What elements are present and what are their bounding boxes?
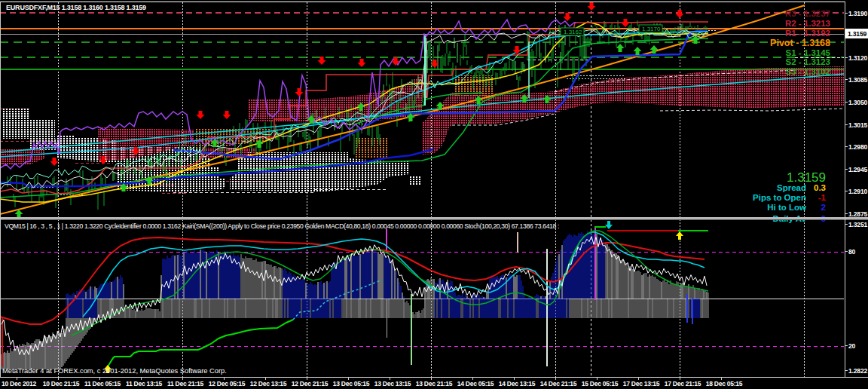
svg-text:1.3162: 1.3162 xyxy=(564,29,582,35)
svg-text:2: 2 xyxy=(821,203,826,212)
svg-text:1.2945: 1.2945 xyxy=(848,166,868,173)
svg-text:13 Dec 13:15: 13 Dec 13:15 xyxy=(374,380,411,387)
svg-text:S3 - 1.3102: S3 - 1.3102 xyxy=(786,67,830,76)
svg-text:11 Dec 13:15: 11 Dec 13:15 xyxy=(126,380,163,387)
svg-text:14 Dec 13:15: 14 Dec 13:15 xyxy=(499,380,536,387)
svg-text:80: 80 xyxy=(848,248,856,256)
svg-text:EURUSDFXF,M15 1.3158 1.3160 1: EURUSDFXF,M15 1.3158 1.3160 1.3158 1.315… xyxy=(6,4,146,11)
svg-text:12 Dec 13:15: 12 Dec 13:15 xyxy=(250,380,287,387)
svg-text:1.2875: 1.2875 xyxy=(848,210,868,218)
svg-text:12 Dec 05:15: 12 Dec 05:15 xyxy=(209,380,246,387)
svg-text:MetaTrader 4 at FOREX.com, c 2: MetaTrader 4 at FOREX.com, c 2001-2012, … xyxy=(2,367,227,375)
svg-text:R2 - 1.3213: R2 - 1.3213 xyxy=(785,19,830,28)
svg-text:Spread: Spread xyxy=(777,183,806,192)
svg-text:0.3: 0.3 xyxy=(814,183,826,192)
svg-text:VQM15 | 16 , 3 , 5 , 1 | 1.: VQM15 | 16 , 3 , 5 , 1 | 1.3220 1.3220 C… xyxy=(5,222,559,230)
svg-text:13 Dec 05:15: 13 Dec 05:15 xyxy=(333,380,370,387)
svg-text:1.3251: 1.3251 xyxy=(848,221,868,228)
svg-text:1.3170: 1.3170 xyxy=(642,26,661,32)
svg-text:Pips to Open: Pips to Open xyxy=(753,193,806,202)
svg-text:Hi to Low: Hi to Low xyxy=(767,203,806,212)
svg-text:1.3159: 1.3159 xyxy=(848,30,867,38)
svg-text:17 Dec 13:15: 17 Dec 13:15 xyxy=(623,380,660,387)
svg-text:R1 - 1.3192: R1 - 1.3192 xyxy=(785,29,830,38)
svg-text:17 Dec 21:15: 17 Dec 21:15 xyxy=(665,380,701,387)
svg-text:15 Dec 05:15: 15 Dec 05:15 xyxy=(582,380,619,387)
svg-text:Pivot - 1.3168: Pivot - 1.3168 xyxy=(770,38,830,48)
svg-text:14 Dec 05:15: 14 Dec 05:15 xyxy=(457,380,494,387)
svg-text:10 Dec 21:15: 10 Dec 21:15 xyxy=(43,380,80,387)
svg-text:12 Dec 21:15: 12 Dec 21:15 xyxy=(292,380,329,387)
svg-text:1.3050: 1.3050 xyxy=(848,99,868,106)
svg-text:14 Dec 21:15: 14 Dec 21:15 xyxy=(540,380,577,387)
svg-text:1.3015: 1.3015 xyxy=(848,121,868,129)
svg-text:13 Dec 21:15: 13 Dec 21:15 xyxy=(416,380,453,387)
svg-text:11 Dec 05:15: 11 Dec 05:15 xyxy=(84,380,121,387)
svg-text:10 Dec 2012: 10 Dec 2012 xyxy=(2,380,36,387)
svg-text:S2 - 1.3123: S2 - 1.3123 xyxy=(786,57,830,66)
svg-text:11 Dec 21:15: 11 Dec 21:15 xyxy=(167,380,204,387)
svg-text:1.2822: 1.2822 xyxy=(848,367,868,375)
svg-text:1.2980: 1.2980 xyxy=(848,143,868,151)
svg-text:1.3190: 1.3190 xyxy=(848,10,868,17)
svg-text:1.3085: 1.3085 xyxy=(848,76,868,84)
svg-text:1.3120: 1.3120 xyxy=(848,54,868,62)
svg-text:20: 20 xyxy=(848,342,856,350)
svg-text:-1: -1 xyxy=(818,193,827,202)
svg-text:1.2910: 1.2910 xyxy=(848,188,868,195)
svg-text:18 Dec 05:15: 18 Dec 05:15 xyxy=(706,380,743,387)
svg-text:S1 - 1.3145: S1 - 1.3145 xyxy=(786,48,831,57)
svg-text:R3 - 1.3237: R3 - 1.3237 xyxy=(785,9,830,18)
